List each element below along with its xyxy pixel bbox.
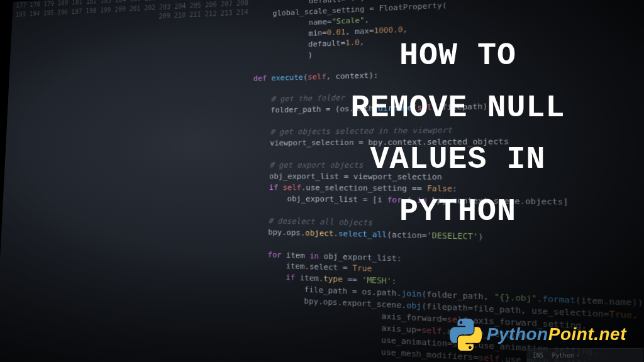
brand-logo-wrap: PythonPoint.net bbox=[449, 318, 626, 351]
status-mode-label: INS bbox=[533, 352, 543, 359]
title-line-4: PYTHON bbox=[301, 186, 615, 238]
brand-part1: Python bbox=[487, 324, 548, 344]
chevron-down-icon: ▾ bbox=[576, 353, 579, 358]
title-line-3: VALUES IN bbox=[301, 134, 615, 186]
title-line-1: HOW TO bbox=[301, 30, 615, 82]
headline-title: HOW TO REMOVE NULL VALUES IN PYTHON bbox=[301, 30, 615, 238]
line-number-gutter: 177 178 179 180 181 182 183 184 185 186 … bbox=[0, 0, 255, 362]
brand-name: PythonPoint.net bbox=[487, 324, 626, 344]
status-insert-mode: INS bbox=[533, 352, 543, 359]
status-language[interactable]: Python ▾ bbox=[552, 352, 580, 359]
title-line-2: REMOVE NULL bbox=[301, 82, 615, 134]
status-lang-label: Python bbox=[552, 352, 574, 359]
python-logo-icon bbox=[449, 318, 482, 351]
brand-part2: Point.net bbox=[548, 324, 626, 344]
status-bar: INS Python ▾ bbox=[526, 348, 643, 362]
